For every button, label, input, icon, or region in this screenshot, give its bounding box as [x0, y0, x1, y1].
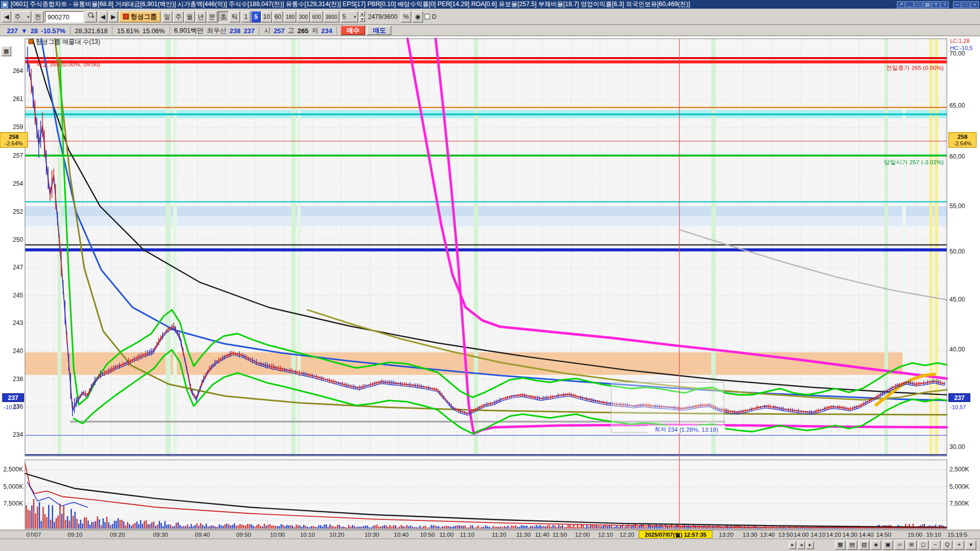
- expand-caret-button[interactable]: ▾: [966, 540, 976, 549]
- prev-stock-button[interactable]: ◀: [2, 11, 11, 22]
- stepper-up-button[interactable]: ▴: [359, 11, 365, 16]
- period-button-월[interactable]: 월: [184, 11, 195, 22]
- scroll-button-1[interactable]: ◂: [797, 541, 805, 549]
- chevron-down-icon: ▾: [27, 12, 29, 22]
- right-axis-label: 45,00: [949, 296, 965, 303]
- app-window: ▣ [0601] 주식종합차트 - 유통비율[68.8] 거래대금[6,901(…: [0, 0, 980, 551]
- interval-button-10[interactable]: 10: [261, 11, 272, 22]
- period-button-틱[interactable]: 틱: [229, 11, 240, 22]
- interval-button-60[interactable]: 60: [273, 11, 283, 22]
- interval-button-600[interactable]: 600: [310, 11, 323, 22]
- period-button-년[interactable]: 년: [195, 11, 206, 22]
- high-label: 고: [288, 26, 295, 35]
- window-title: [0601] 주식종합차트 - 유통비율[68.8] 거래대금[6,901(백만…: [11, 0, 896, 9]
- time-tick-end: 15:19:5: [947, 531, 967, 538]
- time-axis[interactable]: 07/0709:1009:2009:3009:4009:5010:0010:10…: [0, 530, 980, 538]
- chart-tool-icon-0[interactable]: ▦: [835, 540, 846, 549]
- best-ask: 238: [230, 27, 240, 34]
- price-band: [25, 216, 947, 227]
- buy-button[interactable]: 매수: [341, 26, 365, 35]
- window-control-1[interactable]: □: [962, 1, 970, 8]
- chart-tool-icon-6[interactable]: ⊞: [906, 540, 917, 549]
- settings-button[interactable]: ◉: [412, 11, 423, 22]
- stock-code-input[interactable]: [45, 11, 84, 22]
- stepper-down-button[interactable]: ▾: [359, 17, 365, 22]
- scroll-button-0[interactable]: ▸: [789, 541, 796, 549]
- best-bid: 237: [243, 27, 254, 34]
- chart-region[interactable]: 2642612592572542522502472452432402382362…: [0, 36, 980, 530]
- time-stripe: [291, 39, 296, 456]
- chart-tool-button[interactable]: ▦: [1, 46, 11, 57]
- window-button-5[interactable]: ?: [941, 1, 949, 8]
- chart-tool-icon-2[interactable]: ▧: [859, 540, 869, 549]
- history-back-button[interactable]: ◀: [98, 11, 107, 22]
- zoom-reset-button[interactable]: Q: [942, 540, 952, 549]
- window-control-0[interactable]: ─: [953, 1, 961, 8]
- chart-annotation: 최고 265 (0.00%, 09:00): [36, 61, 100, 67]
- window-button-2[interactable]: □: [914, 1, 922, 8]
- stock-name-chip[interactable]: 헝셩그룹: [119, 11, 161, 22]
- price-axis-label: 245: [13, 292, 23, 299]
- interval-button-1[interactable]: 1: [241, 11, 251, 22]
- search-button[interactable]: [85, 11, 97, 22]
- interval-button-5[interactable]: 5: [251, 11, 260, 22]
- jeon-button[interactable]: 전: [33, 11, 44, 22]
- period-button-주[interactable]: 주: [173, 11, 184, 22]
- window-button-0[interactable]: ↗: [897, 1, 905, 8]
- price-axis-label: 243: [13, 319, 23, 327]
- time-tick: 12:10: [598, 531, 613, 538]
- period-button-일[interactable]: 일: [162, 11, 173, 22]
- percent-scale-button[interactable]: %: [401, 11, 411, 22]
- window-button-1[interactable]: _: [905, 1, 914, 8]
- chart-tool-icon-7[interactable]: ◻: [918, 540, 929, 549]
- ohl-segment: 시 257 고 265 저 234: [260, 26, 337, 35]
- volume-axis-label: 5,000K: [949, 483, 970, 490]
- interval-button-3600[interactable]: 3600: [324, 11, 339, 22]
- time-tick: 14:30: [843, 531, 857, 538]
- interval-button-180[interactable]: 180: [284, 11, 297, 22]
- turnover-pct: 15.61%: [117, 27, 139, 34]
- time-tick: 07/07: [26, 531, 41, 538]
- scroll-button-2[interactable]: ▸: [806, 541, 814, 549]
- time-tick: 10:50: [420, 531, 435, 538]
- app-icon: ▣: [1, 1, 8, 8]
- d-checkbox[interactable]: [424, 14, 430, 19]
- volume-value: 28,321,618: [75, 27, 108, 34]
- time-tick: 14:40: [859, 531, 873, 538]
- period-button-분[interactable]: 분: [207, 11, 217, 22]
- window-button-4[interactable]: T: [932, 1, 940, 8]
- interval-button-300[interactable]: 300: [297, 11, 310, 22]
- zoom-out-button[interactable]: −: [930, 540, 941, 549]
- count-select[interactable]: 5 ▾: [340, 11, 358, 22]
- right-axis-label: 65,00: [949, 102, 965, 109]
- time-tick: 13:30: [743, 531, 757, 538]
- price-change-pct: -10.57%: [41, 27, 65, 34]
- price-axis-label: 257: [13, 152, 23, 159]
- price-badge-yellow-right-pct: -2.64%: [953, 140, 971, 146]
- price-axis-label: 259: [13, 123, 23, 131]
- chart-tool-icon-3[interactable]: ◈: [871, 540, 881, 549]
- chart-tool-icon-5[interactable]: ▱: [894, 540, 905, 549]
- history-forward-button[interactable]: ▶: [109, 11, 118, 22]
- window-button-3[interactable]: ▤: [923, 1, 932, 8]
- low-label: 저: [311, 26, 318, 35]
- period-type-select[interactable]: 주 ▾: [12, 11, 31, 22]
- window-control-2[interactable]: ×: [971, 1, 979, 8]
- sell-button[interactable]: 매도: [367, 26, 391, 35]
- count-select-value: 5: [342, 12, 346, 22]
- turnover-pct-2: 15.06%: [142, 27, 165, 34]
- time-stripe: [58, 39, 61, 456]
- period-button-초[interactable]: 초: [218, 11, 229, 22]
- main-chart[interactable]: 2642612592572542522502472452432402382362…: [0, 36, 980, 530]
- time-tick: 11:30: [516, 531, 530, 538]
- down-arrow-icon: ▼: [21, 27, 28, 34]
- chart-tool-icon-1[interactable]: ▤: [847, 540, 857, 549]
- chart-tool-icon-4[interactable]: ▣: [883, 540, 893, 549]
- time-tick: 14:00: [794, 531, 808, 538]
- time-stripe: [165, 39, 170, 456]
- volume-axis-label: 2,500K: [949, 466, 970, 473]
- zoom-in-button[interactable]: +: [954, 540, 965, 549]
- title-bar: ▣ [0601] 주식종합차트 - 유통비율[68.8] 거래대금[6,901(…: [0, 0, 980, 9]
- window-buttons-group: ↗_□▤T?: [896, 1, 949, 8]
- volume-axis-label: 5,000K: [4, 483, 24, 490]
